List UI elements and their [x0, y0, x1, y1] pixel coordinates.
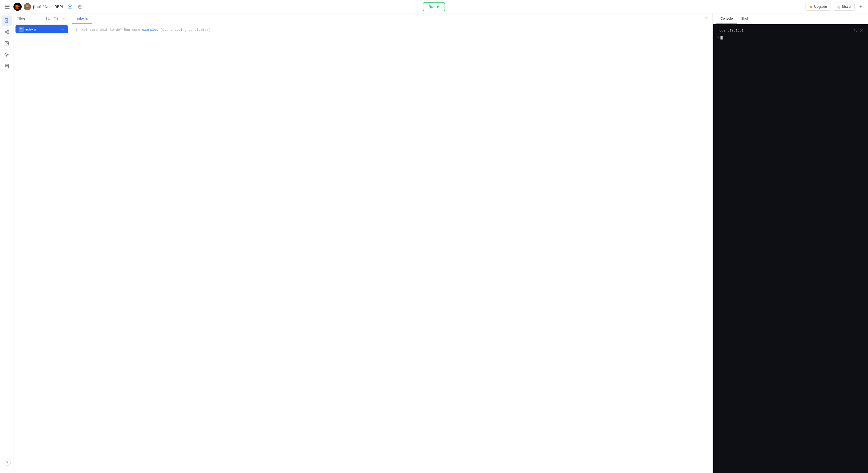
help-label: ?	[6, 460, 8, 464]
examples-link[interactable]: examples	[142, 28, 158, 32]
file-item-indexjs[interactable]: JS index.js	[16, 25, 68, 33]
svg-rect-38	[705, 18, 708, 18]
avatar[interactable]	[24, 3, 31, 10]
svg-line-19	[6, 31, 7, 32]
plus-button[interactable]: +	[857, 3, 865, 11]
upgrade-icon	[809, 5, 813, 8]
breadcrumb-username[interactable]: jkup1	[33, 5, 41, 9]
settings-icon	[4, 52, 9, 57]
files-header: Files	[13, 13, 70, 25]
multiplayer-button[interactable]	[66, 3, 74, 11]
file-item-icon: JS	[19, 27, 24, 32]
icon-sidebar: ?	[0, 13, 13, 473]
console-prompt-line: >	[717, 36, 864, 39]
svg-point-9	[839, 7, 840, 8]
file-icon	[4, 18, 9, 23]
svg-point-17	[5, 32, 6, 33]
editor-tabs: index.js	[70, 13, 712, 24]
node-version: node v12.16.1	[717, 29, 743, 33]
line-numbers: 1	[70, 24, 80, 473]
editor-tab-label: index.js	[76, 16, 88, 21]
code-area[interactable]: Not sure what to do? Run some examples (…	[80, 24, 712, 473]
editor-tab-indexjs[interactable]: index.js	[72, 13, 92, 24]
svg-rect-22	[6, 43, 7, 44]
share-sidebar-icon	[4, 29, 9, 35]
file-item-menu-button[interactable]	[60, 27, 65, 32]
share-button[interactable]: Share	[833, 3, 855, 10]
svg-text:JS: JS	[20, 28, 23, 31]
sidebar-item-settings[interactable]	[2, 49, 12, 60]
run-triangle-icon	[437, 5, 439, 8]
svg-rect-21	[5, 41, 8, 45]
search-icon	[854, 28, 858, 33]
help-button[interactable]: ?	[4, 459, 11, 466]
new-file-button[interactable]	[45, 15, 52, 22]
topbar-left: jkup1 / Node REPL	[3, 3, 803, 11]
placeholder-suffix: (start typing to dismiss)	[158, 28, 211, 32]
sidebar-item-packages[interactable]	[2, 38, 12, 48]
svg-rect-40	[705, 20, 708, 20]
console-close-button[interactable]	[860, 28, 864, 33]
file-menu-icon	[60, 27, 64, 31]
files-more-button[interactable]	[60, 15, 67, 22]
editor-action-button[interactable]	[703, 15, 710, 23]
file-item-name: index.js	[25, 27, 58, 31]
console-search-button[interactable]	[854, 28, 858, 33]
breadcrumb-separator: /	[43, 5, 44, 9]
editor-content[interactable]: 1 Not sure what to do? Run some examples…	[70, 24, 712, 473]
files-panel: Files	[13, 13, 70, 473]
close-icon	[860, 28, 864, 33]
help-wrapper: ?	[4, 459, 11, 466]
topbar-right: Upgrade Share +	[805, 3, 865, 11]
svg-point-30	[62, 19, 63, 19]
run-button[interactable]: Run	[423, 2, 445, 11]
history-button[interactable]	[76, 3, 85, 11]
new-folder-button[interactable]	[53, 15, 59, 22]
editor-area: index.js 1 Not sure what to do? Run some…	[70, 13, 712, 473]
svg-point-36	[62, 29, 63, 29]
console-prompt-symbol: >	[717, 36, 719, 39]
breadcrumb: jkup1 / Node REPL	[33, 5, 64, 9]
sidebar-item-share[interactable]	[2, 27, 12, 37]
svg-point-35	[61, 29, 61, 29]
svg-line-11	[838, 7, 839, 7]
console-cursor	[720, 36, 722, 39]
topbar-center: Run	[423, 2, 445, 11]
main-layout: ? Files	[0, 13, 868, 473]
svg-point-37	[63, 29, 64, 29]
menu-button[interactable]	[3, 3, 11, 11]
upgrade-button[interactable]: Upgrade	[805, 3, 831, 10]
line-number-1: 1	[72, 27, 78, 33]
package-icon	[4, 41, 9, 46]
upgrade-label: Upgrade	[814, 5, 827, 8]
svg-point-31	[63, 19, 64, 19]
svg-line-42	[856, 31, 857, 32]
svg-point-24	[5, 64, 8, 66]
editor-menu-icon	[704, 17, 708, 21]
sidebar-item-files[interactable]	[2, 15, 12, 26]
run-label: Run	[429, 5, 436, 9]
svg-point-32	[64, 19, 65, 19]
new-file-icon	[46, 17, 50, 21]
sidebar-item-database[interactable]	[2, 61, 12, 71]
console-tabs: Console Shell	[713, 13, 868, 24]
console-content[interactable]: node v12.16.1	[713, 24, 868, 473]
console-actions	[854, 28, 864, 33]
topbar: jkup1 / Node REPL Run	[0, 0, 868, 13]
replit-logo[interactable]	[13, 3, 22, 11]
svg-point-23	[6, 54, 7, 56]
console-topbar: node v12.16.1	[717, 28, 864, 33]
right-panel: Console Shell node v12.16.1	[713, 13, 868, 473]
console-tab-shell[interactable]: Shell	[737, 13, 753, 24]
console-tab-console[interactable]: Console	[716, 13, 737, 24]
breadcrumb-project: Node REPL	[45, 5, 64, 9]
more-icon	[61, 17, 66, 21]
svg-point-18	[7, 33, 8, 34]
share-label: Share	[842, 5, 851, 8]
svg-point-16	[7, 30, 8, 32]
plus-icon: +	[859, 4, 862, 9]
console-tab-label: Console	[720, 16, 733, 21]
editor-tab-actions	[703, 15, 710, 23]
placeholder-text: Not sure what to do? Run some	[82, 28, 142, 32]
svg-line-10	[838, 6, 839, 6]
